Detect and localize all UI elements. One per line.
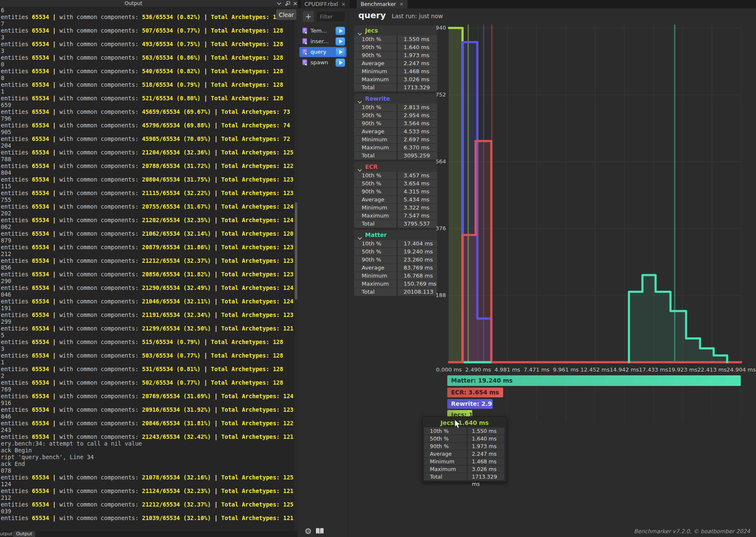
stat-rows: 10th %17.404 ms50th %19.240 ms90th %23.2…: [354, 240, 437, 296]
close-icon[interactable]: [292, 1, 298, 6]
gear-icon[interactable]: ⚙: [305, 526, 312, 536]
sidebar-item-inser[interactable]: inser...: [299, 36, 346, 47]
stat-value: 19.240 ms: [398, 248, 437, 256]
clear-button[interactable]: Clear: [276, 9, 296, 20]
console-line: entities 65534 | with common components:…: [1, 487, 294, 494]
console-line: entities 65534 | with common components:…: [1, 81, 294, 88]
script-icon: [302, 49, 308, 57]
legend-bar-rewrite[interactable]: Rewrite: 2.954…: [447, 399, 493, 409]
stat-label: 90th %: [354, 120, 396, 127]
stat-value: 1.468 ms: [398, 68, 437, 75]
run-benchmark-button[interactable]: [335, 58, 345, 67]
console-line: entities 65534 | with common components:…: [1, 68, 294, 74]
console-wrap-fragment: 8: [1, 74, 294, 81]
tooltip-stat-label: Total: [424, 473, 467, 480]
console-line: entities 65534 | with common components:…: [1, 406, 294, 413]
benchmarker-panel: CPUDIFF.rbxl×Benchmarker× + Tem...inser.…: [298, 0, 756, 537]
console-line: entities 65534 | with common components:…: [1, 257, 294, 264]
tooltip-stat-label: Minimum: [424, 458, 467, 465]
stat-rows: 10th %1.550 ms50th %1.640 ms90th %1.973 …: [354, 36, 437, 91]
scrollbar-thumb[interactable]: [295, 202, 297, 300]
mouse-cursor-icon: [454, 419, 461, 429]
tooltip-title: Jecs: 1.640 ms: [424, 418, 505, 427]
stat-value: 4.315 ms: [398, 188, 437, 196]
add-benchmark-button[interactable]: +: [303, 11, 314, 22]
benchmark-title: query: [358, 10, 386, 20]
y-axis-tick-label: 376: [436, 225, 446, 231]
console-line: entities 65534 | with common components:…: [1, 176, 294, 183]
console-line: entities 65534 | with common components:…: [1, 352, 294, 359]
console-line: entities 65534 | with common components:…: [1, 135, 294, 142]
histogram-chart[interactable]: 0.000 ms2.490 ms4.981 ms7.471 ms9.961 ms…: [436, 17, 756, 430]
legend-bar-ecr[interactable]: ECR: 3.654 ms: [447, 388, 503, 397]
undock-icon[interactable]: [285, 1, 291, 6]
x-axis-tick-label: 4.981 ms: [495, 366, 521, 373]
section-header[interactable]: Matter: [354, 230, 437, 240]
output-panel-title: Output: [0, 0, 267, 7]
stat-value: 1.640 ms: [398, 44, 437, 51]
last-run-label: Last run: just now: [392, 13, 443, 19]
output-scrollbar[interactable]: [294, 7, 298, 531]
docs-book-icon[interactable]: [315, 527, 324, 535]
tooltip-stat-label: Maximum: [424, 465, 467, 473]
legend-bar-matter[interactable]: Matter: 19.240 ms: [447, 375, 741, 386]
sidebar-item-label: Tem...: [310, 28, 327, 34]
console-wrap-fragment: 046: [1, 291, 294, 298]
run-benchmark-button[interactable]: [335, 48, 345, 56]
console-wrap-fragment: 659: [1, 102, 294, 108]
x-axis-tick-label: 12.452 ms: [580, 366, 609, 373]
console-line: entities 65534 | with common components:…: [1, 339, 294, 345]
stat-value: 3.654 ms: [398, 180, 437, 187]
console-wrap-fragment: 191: [1, 305, 294, 311]
stat-label: Minimum: [354, 68, 396, 75]
console-line: entities 65534 | with common components:…: [1, 108, 294, 115]
console-wrap-fragment: 879: [1, 237, 294, 244]
console-wrap-fragment: 7: [1, 20, 294, 27]
stat-value: 2.697 ms: [398, 136, 437, 143]
tooltip-stat-value: 2.247 ms: [468, 450, 504, 457]
stat-label: Maximum: [354, 280, 396, 288]
console-line: entities 65534 | with common components:…: [1, 379, 294, 386]
run-benchmark-button[interactable]: [335, 37, 345, 46]
run-benchmark-button[interactable]: [335, 27, 345, 35]
bottom-tab-partial[interactable]: utput: [0, 531, 13, 537]
output-panel: Output Clear 6entities 65534 | with comm…: [0, 0, 298, 531]
console-line: entities 65534 | with common components:…: [1, 433, 294, 440]
stat-label: Average: [354, 128, 396, 135]
chevron-down-icon[interactable]: [276, 1, 282, 6]
console-wrap-fragment: 916: [1, 399, 294, 406]
sidebar-item-query[interactable]: query: [299, 47, 346, 57]
tooltip-stat-label: 50th %: [424, 435, 467, 442]
console-line: entities 65534 | with common components:…: [1, 515, 294, 521]
filter-input[interactable]: [317, 12, 345, 21]
stats-section-jecs: Jecs10th %1.550 ms50th %1.640 ms90th %1.…: [354, 25, 437, 91]
y-axis-tick-label: 940: [436, 25, 446, 31]
tab-cpudiffrbxl[interactable]: CPUDIFF.rbxl×: [301, 0, 349, 8]
console-line: entities 65534 | with common components:…: [1, 122, 294, 129]
tooltip-stat-value: 1713.329 ms: [468, 473, 504, 480]
stat-label: 90th %: [354, 256, 396, 264]
section-header[interactable]: Jecs: [354, 25, 437, 36]
play-icon: [339, 50, 343, 54]
chevron-down-icon: [357, 234, 362, 242]
sidebar-item-Tem[interactable]: Tem...: [299, 26, 346, 36]
sidebar-item-spawn[interactable]: spawn: [299, 58, 346, 68]
stat-label: 50th %: [354, 248, 396, 256]
console-text-line: ery.bench:34: attempt to call a nil valu…: [1, 440, 294, 447]
console-text-line: ack End: [1, 460, 294, 467]
section-header[interactable]: ECR: [354, 162, 437, 172]
console-wrap-fragment: 212: [1, 494, 294, 501]
console-wrap-fragment: 3: [1, 34, 294, 41]
console-wrap-fragment: 5: [1, 332, 294, 339]
tab-benchmarker[interactable]: Benchmarker×: [357, 0, 407, 8]
x-axis-tick-label: 17.433 ms: [639, 366, 668, 373]
console-wrap-fragment: 3: [1, 345, 294, 352]
console-text-line: ack Begin: [1, 447, 294, 454]
console-line: entities 65534 | with common components:…: [1, 190, 294, 196]
section-header[interactable]: Rewrite: [354, 94, 437, 104]
stat-label: Maximum: [354, 144, 396, 151]
stats-section-rewrite: Rewrite10th %2.813 ms50th %2.954 ms90th …: [354, 94, 437, 160]
console-line: entities 65534 | with common components:…: [1, 54, 294, 61]
x-axis-tick-label: 22.413 ms: [697, 366, 726, 373]
bottom-tab-output[interactable]: Output: [13, 531, 35, 537]
